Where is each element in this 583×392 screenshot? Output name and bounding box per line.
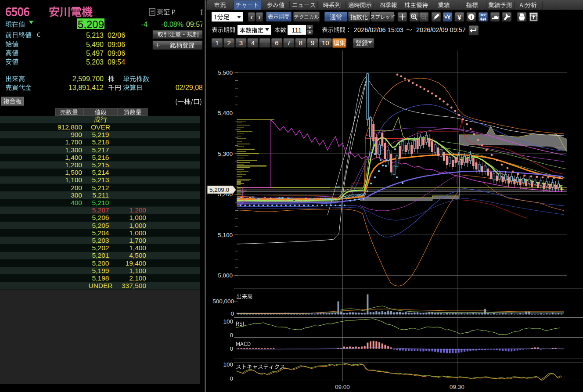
svg-text:5,490: 5,490 bbox=[86, 41, 104, 48]
svg-text:09:57: 09:57 bbox=[186, 21, 204, 28]
svg-text:1,700: 1,700 bbox=[65, 138, 82, 146]
svg-text:1,700: 1,700 bbox=[129, 237, 146, 244]
svg-text:10: 10 bbox=[322, 39, 329, 47]
svg-text:09:54: 09:54 bbox=[108, 58, 125, 66]
svg-text:i: i bbox=[471, 14, 472, 20]
svg-text:5,198: 5,198 bbox=[92, 274, 109, 282]
svg-text:›: › bbox=[259, 13, 261, 21]
svg-text:900: 900 bbox=[71, 131, 82, 138]
svg-text:5,400: 5,400 bbox=[218, 110, 233, 116]
svg-text:0: 0 bbox=[230, 375, 233, 382]
svg-text:1,200: 1,200 bbox=[65, 161, 82, 169]
svg-text:5,213: 5,213 bbox=[92, 176, 109, 183]
svg-text:1,400: 1,400 bbox=[129, 244, 146, 252]
svg-text:0: 0 bbox=[230, 332, 233, 338]
svg-text:OVER: OVER bbox=[91, 123, 110, 131]
svg-text:5,211: 5,211 bbox=[92, 191, 109, 199]
svg-text:09:00: 09:00 bbox=[335, 384, 350, 390]
svg-text:UNDER: UNDER bbox=[88, 282, 112, 289]
svg-text:1,500: 1,500 bbox=[65, 169, 82, 176]
svg-text:1,100: 1,100 bbox=[65, 176, 82, 183]
svg-text:5,204: 5,204 bbox=[92, 229, 109, 237]
svg-text:09:06: 09:06 bbox=[108, 50, 125, 57]
svg-text:5,202: 5,202 bbox=[92, 244, 109, 252]
svg-text:1,000: 1,000 bbox=[129, 222, 146, 229]
svg-text:5,216: 5,216 bbox=[92, 154, 109, 161]
svg-text:09:06: 09:06 bbox=[108, 41, 125, 48]
svg-text:200: 200 bbox=[71, 184, 82, 191]
svg-text:5,218: 5,218 bbox=[92, 138, 109, 146]
svg-text:500,000: 500,000 bbox=[212, 298, 234, 305]
svg-text:1,000: 1,000 bbox=[129, 214, 146, 221]
svg-text:2: 2 bbox=[227, 39, 231, 47]
svg-text:5,500: 5,500 bbox=[218, 69, 233, 76]
svg-text:1,400: 1,400 bbox=[65, 154, 82, 161]
svg-text:3: 3 bbox=[239, 39, 243, 47]
svg-text:5,000: 5,000 bbox=[218, 272, 233, 279]
svg-text:1,000: 1,000 bbox=[129, 229, 146, 237]
svg-text:5,214: 5,214 bbox=[92, 169, 109, 176]
svg-text:19,400: 19,400 bbox=[126, 259, 147, 267]
svg-text:912,800: 912,800 bbox=[58, 123, 82, 131]
svg-text:5: 5 bbox=[263, 39, 266, 47]
svg-text:1,200: 1,200 bbox=[129, 206, 146, 214]
svg-text:5,210: 5,210 bbox=[92, 199, 109, 206]
svg-text:5,209: 5,209 bbox=[78, 18, 104, 30]
svg-text:400: 400 bbox=[71, 199, 82, 206]
svg-text:1: 1 bbox=[215, 39, 219, 47]
svg-text:4: 4 bbox=[251, 39, 255, 47]
svg-text:337,500: 337,500 bbox=[122, 282, 146, 289]
svg-text:09:30: 09:30 bbox=[450, 384, 464, 390]
svg-text:5,217: 5,217 bbox=[92, 146, 109, 154]
svg-text:13,891,412: 13,891,412 bbox=[68, 84, 104, 91]
svg-text:100: 100 bbox=[223, 361, 233, 368]
svg-text:1,100: 1,100 bbox=[129, 267, 146, 274]
svg-text:1,300: 1,300 bbox=[65, 146, 82, 154]
svg-text:5,205: 5,205 bbox=[92, 222, 109, 229]
svg-text:2,100: 2,100 bbox=[129, 274, 146, 282]
svg-text:¥: ¥ bbox=[457, 14, 461, 21]
svg-text:5,100: 5,100 bbox=[218, 232, 233, 238]
svg-text:5,206: 5,206 bbox=[92, 214, 109, 221]
svg-text:5,300: 5,300 bbox=[218, 151, 233, 157]
svg-text:02/29,08: 02/29,08 bbox=[176, 84, 203, 91]
svg-text:5,201: 5,201 bbox=[92, 252, 109, 259]
svg-text:5,200: 5,200 bbox=[92, 259, 109, 267]
svg-text:5,203: 5,203 bbox=[86, 58, 104, 66]
svg-text:5,203: 5,203 bbox=[92, 237, 109, 244]
svg-text:9: 9 bbox=[311, 39, 314, 47]
svg-text:5,209.0: 5,209.0 bbox=[209, 187, 229, 193]
svg-text:5,213: 5,213 bbox=[86, 32, 104, 39]
svg-text:5,212: 5,212 bbox=[92, 184, 109, 191]
svg-text:MY: MY bbox=[481, 13, 486, 17]
svg-text:5,497: 5,497 bbox=[86, 50, 104, 57]
svg-text:-4: -4 bbox=[141, 21, 148, 28]
svg-text:2026/02/09 09:57: 2026/02/09 09:57 bbox=[416, 26, 466, 33]
svg-text:111: 111 bbox=[292, 26, 302, 34]
svg-text:4,500: 4,500 bbox=[129, 252, 146, 259]
svg-text:100: 100 bbox=[223, 318, 233, 325]
svg-text:6: 6 bbox=[275, 39, 278, 47]
svg-text:300: 300 bbox=[71, 191, 82, 199]
svg-text:02/06: 02/06 bbox=[108, 32, 125, 39]
svg-text:5,207: 5,207 bbox=[92, 206, 109, 214]
svg-text:0: 0 bbox=[230, 345, 233, 352]
svg-text:5,219: 5,219 bbox=[92, 131, 109, 138]
svg-text:5,215: 5,215 bbox=[92, 161, 109, 169]
svg-text:‹: ‹ bbox=[251, 13, 253, 21]
svg-text:0: 0 bbox=[230, 310, 234, 317]
svg-text:2,599,700: 2,599,700 bbox=[72, 75, 104, 83]
svg-text:8: 8 bbox=[299, 39, 302, 47]
svg-text:2026/02/06 15:03: 2026/02/06 15:03 bbox=[354, 26, 403, 33]
svg-text:7: 7 bbox=[287, 39, 291, 47]
svg-text:-0.08%: -0.08% bbox=[161, 21, 184, 28]
svg-text:5,199: 5,199 bbox=[92, 267, 109, 274]
